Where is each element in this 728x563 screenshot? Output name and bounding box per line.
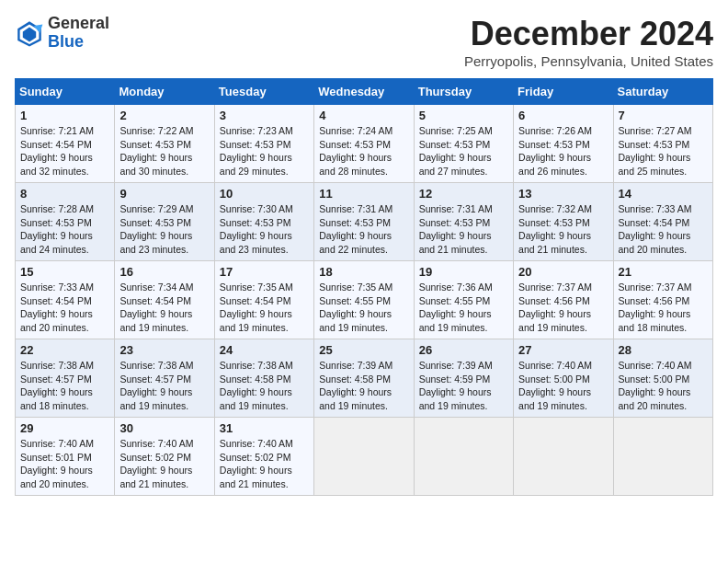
day-number: 18 (319, 265, 408, 279)
week-row-5: 29 Sunrise: 7:40 AMSunset: 5:01 PMDaylig… (16, 418, 713, 496)
day-cell: 17 Sunrise: 7:35 AMSunset: 4:54 PMDaylig… (214, 261, 313, 339)
day-number: 7 (619, 109, 708, 122)
day-detail: Sunrise: 7:23 AMSunset: 4:53 PMDaylight:… (220, 125, 293, 177)
day-cell: 13 Sunrise: 7:32 AMSunset: 4:53 PMDaylig… (514, 183, 613, 261)
day-detail: Sunrise: 7:26 AMSunset: 4:53 PMDaylight:… (518, 125, 592, 177)
day-cell: 11 Sunrise: 7:31 AMSunset: 4:53 PMDaylig… (314, 183, 414, 261)
week-row-2: 8 Sunrise: 7:28 AMSunset: 4:53 PMDayligh… (16, 183, 713, 261)
day-cell: 21 Sunrise: 7:37 AMSunset: 4:56 PMDaylig… (613, 261, 712, 339)
day-number: 23 (119, 343, 209, 357)
day-cell: 6 Sunrise: 7:26 AMSunset: 4:53 PMDayligh… (514, 105, 613, 183)
logo-icon (15, 18, 44, 48)
day-detail: Sunrise: 7:38 AMSunset: 4:57 PMDaylight:… (119, 360, 193, 411)
day-cell: 31 Sunrise: 7:40 AMSunset: 5:02 PMDaylig… (214, 418, 313, 496)
location: Perryopolis, Pennsylvania, United States (464, 53, 713, 69)
calendar-body: 1 Sunrise: 7:21 AMSunset: 4:54 PMDayligh… (16, 105, 713, 496)
day-detail: Sunrise: 7:35 AMSunset: 4:55 PMDaylight:… (319, 282, 392, 333)
day-number: 24 (220, 343, 309, 357)
day-number: 9 (119, 187, 209, 201)
day-detail: Sunrise: 7:32 AMSunset: 4:53 PMDaylight:… (518, 203, 592, 255)
weekday-saturday: Saturday (613, 79, 712, 105)
day-detail: Sunrise: 7:24 AMSunset: 4:53 PMDaylight:… (319, 125, 392, 177)
day-cell: 7 Sunrise: 7:27 AMSunset: 4:53 PMDayligh… (613, 105, 712, 183)
day-detail: Sunrise: 7:30 AMSunset: 4:53 PMDaylight:… (220, 203, 293, 255)
day-cell: 22 Sunrise: 7:38 AMSunset: 4:57 PMDaylig… (16, 339, 115, 418)
day-number: 17 (220, 265, 309, 279)
day-number: 1 (20, 109, 109, 122)
day-detail: Sunrise: 7:40 AMSunset: 5:02 PMDaylight:… (220, 438, 293, 489)
weekday-monday: Monday (115, 79, 214, 105)
week-row-1: 1 Sunrise: 7:21 AMSunset: 4:54 PMDayligh… (16, 105, 713, 183)
day-cell: 8 Sunrise: 7:28 AMSunset: 4:53 PMDayligh… (16, 183, 115, 261)
day-number: 2 (119, 109, 209, 122)
header: General Blue December 2024 Perryopolis, … (15, 15, 713, 69)
day-cell: 1 Sunrise: 7:21 AMSunset: 4:54 PMDayligh… (16, 105, 115, 183)
day-detail: Sunrise: 7:28 AMSunset: 4:53 PMDaylight:… (20, 203, 94, 255)
day-detail: Sunrise: 7:36 AMSunset: 4:55 PMDaylight:… (419, 282, 493, 333)
day-cell: 2 Sunrise: 7:22 AMSunset: 4:53 PMDayligh… (115, 105, 214, 183)
day-cell: 19 Sunrise: 7:36 AMSunset: 4:55 PMDaylig… (414, 261, 513, 339)
week-row-3: 15 Sunrise: 7:33 AMSunset: 4:54 PMDaylig… (16, 261, 713, 339)
day-detail: Sunrise: 7:40 AMSunset: 5:00 PMDaylight:… (619, 360, 692, 411)
day-cell (514, 418, 613, 496)
day-number: 30 (119, 421, 209, 435)
day-detail: Sunrise: 7:31 AMSunset: 4:53 PMDaylight:… (319, 203, 392, 255)
day-detail: Sunrise: 7:33 AMSunset: 4:54 PMDaylight:… (619, 203, 692, 255)
day-detail: Sunrise: 7:38 AMSunset: 4:57 PMDaylight:… (20, 360, 94, 411)
day-number: 11 (319, 187, 408, 201)
weekday-header-row: SundayMondayTuesdayWednesdayThursdayFrid… (16, 79, 713, 105)
day-detail: Sunrise: 7:21 AMSunset: 4:54 PMDaylight:… (20, 125, 94, 177)
day-cell: 20 Sunrise: 7:37 AMSunset: 4:56 PMDaylig… (514, 261, 613, 339)
day-number: 4 (319, 109, 408, 122)
day-detail: Sunrise: 7:25 AMSunset: 4:53 PMDaylight:… (419, 125, 493, 177)
day-number: 6 (518, 109, 608, 122)
day-number: 31 (220, 421, 309, 435)
day-cell: 26 Sunrise: 7:39 AMSunset: 4:59 PMDaylig… (414, 339, 513, 418)
day-cell: 12 Sunrise: 7:31 AMSunset: 4:53 PMDaylig… (414, 183, 513, 261)
day-cell: 24 Sunrise: 7:38 AMSunset: 4:58 PMDaylig… (214, 339, 313, 418)
logo: General Blue (15, 15, 109, 52)
day-cell (613, 418, 712, 496)
day-cell: 15 Sunrise: 7:33 AMSunset: 4:54 PMDaylig… (16, 261, 115, 339)
weekday-friday: Friday (514, 79, 613, 105)
day-detail: Sunrise: 7:22 AMSunset: 4:53 PMDaylight:… (119, 125, 193, 177)
day-cell: 5 Sunrise: 7:25 AMSunset: 4:53 PMDayligh… (414, 105, 513, 183)
day-number: 25 (319, 343, 408, 357)
day-detail: Sunrise: 7:33 AMSunset: 4:54 PMDaylight:… (20, 282, 94, 333)
day-number: 26 (419, 343, 508, 357)
day-cell: 10 Sunrise: 7:30 AMSunset: 4:53 PMDaylig… (214, 183, 313, 261)
day-detail: Sunrise: 7:27 AMSunset: 4:53 PMDaylight:… (619, 125, 692, 177)
day-detail: Sunrise: 7:39 AMSunset: 4:58 PMDaylight:… (319, 360, 392, 411)
calendar-table: SundayMondayTuesdayWednesdayThursdayFrid… (15, 78, 713, 496)
logo-text: General Blue (48, 15, 109, 52)
day-detail: Sunrise: 7:35 AMSunset: 4:54 PMDaylight:… (220, 282, 293, 333)
day-detail: Sunrise: 7:37 AMSunset: 4:56 PMDaylight:… (619, 282, 692, 333)
day-number: 29 (20, 421, 109, 435)
day-number: 5 (419, 109, 508, 122)
week-row-4: 22 Sunrise: 7:38 AMSunset: 4:57 PMDaylig… (16, 339, 713, 418)
day-detail: Sunrise: 7:39 AMSunset: 4:59 PMDaylight:… (419, 360, 493, 411)
logo-general: General (48, 14, 109, 32)
day-cell (414, 418, 513, 496)
month-title: December 2024 (464, 15, 713, 53)
day-detail: Sunrise: 7:31 AMSunset: 4:53 PMDaylight:… (419, 203, 493, 255)
day-cell: 14 Sunrise: 7:33 AMSunset: 4:54 PMDaylig… (613, 183, 712, 261)
day-number: 14 (619, 187, 708, 201)
day-number: 10 (220, 187, 309, 201)
day-number: 27 (518, 343, 608, 357)
day-detail: Sunrise: 7:38 AMSunset: 4:58 PMDaylight:… (220, 360, 293, 411)
day-detail: Sunrise: 7:34 AMSunset: 4:54 PMDaylight:… (119, 282, 193, 333)
day-number: 13 (518, 187, 608, 201)
day-cell: 16 Sunrise: 7:34 AMSunset: 4:54 PMDaylig… (115, 261, 214, 339)
day-cell: 3 Sunrise: 7:23 AMSunset: 4:53 PMDayligh… (214, 105, 313, 183)
day-number: 3 (220, 109, 309, 122)
day-number: 16 (119, 265, 209, 279)
weekday-thursday: Thursday (414, 79, 513, 105)
day-cell: 4 Sunrise: 7:24 AMSunset: 4:53 PMDayligh… (314, 105, 414, 183)
day-number: 22 (20, 343, 109, 357)
day-cell: 30 Sunrise: 7:40 AMSunset: 5:02 PMDaylig… (115, 418, 214, 496)
day-cell: 18 Sunrise: 7:35 AMSunset: 4:55 PMDaylig… (314, 261, 414, 339)
day-cell (314, 418, 414, 496)
day-cell: 29 Sunrise: 7:40 AMSunset: 5:01 PMDaylig… (16, 418, 115, 496)
weekday-sunday: Sunday (16, 79, 115, 105)
